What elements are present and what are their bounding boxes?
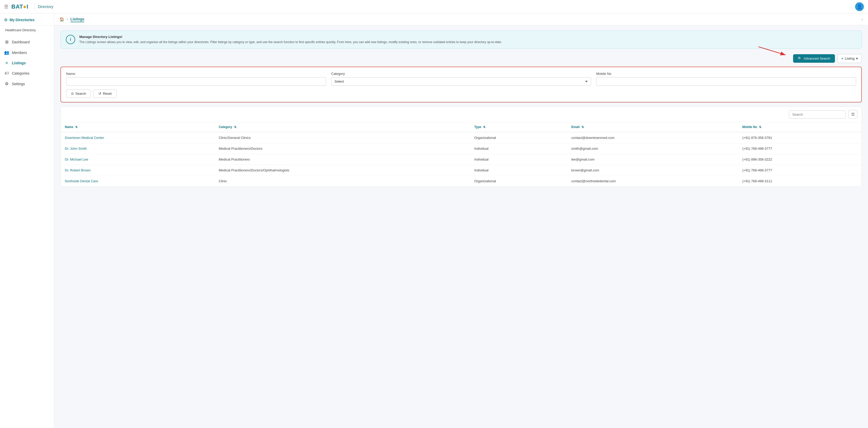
hamburger-icon[interactable]: ☰	[4, 4, 8, 9]
cell-mobile: (+91) 896-358-3222	[738, 154, 862, 165]
cell-email: lee@gmail.com	[567, 154, 738, 165]
category-sort-icon: ⇅	[234, 126, 237, 129]
categories-icon: 🏷	[4, 71, 9, 76]
sidebar-item-categories[interactable]: 🏷 Categories	[0, 68, 54, 78]
breadcrumb-separator: >	[66, 17, 68, 21]
category-select[interactable]: Select Clinic/General Clinics Medical Pr…	[331, 77, 591, 86]
sidebar-item-members[interactable]: 👥 Members	[0, 47, 54, 58]
cell-mobile: (+91) 768-498-3777	[738, 165, 862, 176]
user-icon: 👤	[857, 4, 862, 9]
reset-button[interactable]: ↺ Reset	[94, 89, 117, 98]
cell-name[interactable]: Dr. John Smith	[61, 143, 215, 154]
table-view-toggle-button[interactable]: ☰	[848, 110, 858, 119]
col-name[interactable]: Name ⇅	[61, 122, 215, 132]
plus-icon: +	[841, 57, 843, 60]
mobile-sort-icon: ⇅	[759, 126, 761, 129]
col-type[interactable]: Type ⇅	[470, 122, 567, 132]
sidebar-item-listings[interactable]: ≡ Listings	[0, 58, 54, 68]
cell-type: Organizational	[470, 176, 567, 187]
col-mobile[interactable]: Mobile No ⇅	[738, 122, 862, 132]
settings-icon: ⚙	[4, 81, 9, 86]
listings-table: Name ⇅ Category ⇅ Type ⇅	[61, 122, 862, 186]
category-label: Category	[331, 72, 591, 76]
category-field-group: Category Select Clinic/General Clinics M…	[331, 72, 591, 86]
col-email[interactable]: Email ⇅	[567, 122, 738, 132]
mobile-field-group: Mobile No	[596, 72, 856, 86]
sidebar-healthcare-directory[interactable]: Healthcare Directory	[0, 26, 54, 35]
user-avatar[interactable]: 👤	[855, 2, 864, 11]
listings-icon: ≡	[4, 61, 9, 65]
table-body: Downtown Medical Center Clinic/General C…	[61, 132, 862, 186]
mobile-label: Mobile No	[596, 72, 856, 76]
info-banner: i Manage Directory Listings! The Listing…	[60, 30, 862, 49]
cell-type: Organizational	[470, 132, 567, 143]
reset-btn-icon: ↺	[98, 92, 101, 96]
cell-email: contact@northsidedental.com	[567, 176, 738, 187]
info-banner-text: The Listings screen allows you to view, …	[79, 40, 502, 44]
search-magnifier-icon: 🔍	[798, 57, 802, 60]
cell-category: Medical Practitioners/Doctors	[215, 143, 470, 154]
email-sort-icon: ⇅	[582, 126, 584, 129]
table-row: Downtown Medical Center Clinic/General C…	[61, 132, 862, 143]
listing-dropdown-icon: ▾	[856, 57, 858, 60]
table-toolbar: ☰	[61, 107, 862, 122]
mobile-input[interactable]	[596, 77, 856, 86]
name-sort-icon: ⇅	[75, 126, 78, 129]
logo-text: BAT●I	[11, 3, 28, 10]
search-fields: Name Category Select Clinic/General Clin…	[66, 72, 856, 86]
my-directories-icon: ⊙	[4, 18, 7, 22]
table-row: Dr. John Smith Medical Practitioners/Doc…	[61, 143, 862, 154]
sidebar-nav: ⊞ Dashboard 👥 Members ≡ Listings 🏷 Categ…	[0, 35, 54, 89]
cell-category: Medical Practitioners/Doctors/Ophthalmol…	[215, 165, 470, 176]
cell-email: smith@gmail.com	[567, 143, 738, 154]
nav-title: Directory	[38, 4, 54, 9]
table-search-input[interactable]	[789, 110, 846, 119]
app-layout: ⊙ My Directories Healthcare Directory ⊞ …	[0, 13, 868, 428]
cell-email: brown@gmail.com	[567, 165, 738, 176]
table-row: Dr. Robert Brown Medical Practitioners/D…	[61, 165, 862, 176]
cell-type: Individual	[470, 154, 567, 165]
search-btn-icon: ⊙	[71, 92, 74, 96]
cell-name[interactable]: Dr. Robert Brown	[61, 165, 215, 176]
name-label: Name	[66, 72, 326, 76]
add-listing-button[interactable]: + Listing ▾	[838, 54, 862, 63]
top-nav: ☰ BAT●I Directory 👤	[0, 0, 868, 13]
table-row: Dr. Michael Lee Medical Practitioners In…	[61, 154, 862, 165]
cell-category: Clinic	[215, 176, 470, 187]
table-section: ☰ Name ⇅ Category ⇅	[60, 107, 862, 187]
table-row: Northside Dental Care Clinic Organizatio…	[61, 176, 862, 187]
cell-mobile: (+91) 768-498-3777	[738, 143, 862, 154]
dashboard-icon: ⊞	[4, 39, 9, 44]
breadcrumb-home[interactable]: 🏠	[59, 17, 64, 22]
info-banner-title: Manage Directory Listings!	[79, 35, 502, 39]
cell-name[interactable]: Dr. Michael Lee	[61, 154, 215, 165]
tab-listings[interactable]: Listings	[70, 17, 85, 22]
my-directories-label: My Directories	[9, 18, 34, 22]
cell-type: Individual	[470, 165, 567, 176]
main-content: 🏠 > Listings ‹ i Manage Directory Listin…	[54, 13, 868, 428]
cell-name[interactable]: Northside Dental Care	[61, 176, 215, 187]
table-header-row: Name ⇅ Category ⇅ Type ⇅	[61, 122, 862, 132]
search-panel: Name Category Select Clinic/General Clin…	[60, 67, 862, 102]
search-button[interactable]: ⊙ Search	[66, 89, 91, 98]
collapse-sidebar-btn[interactable]: ‹	[862, 17, 863, 22]
col-category[interactable]: Category ⇅	[215, 122, 470, 132]
advanced-search-button[interactable]: 🔍 Advanced Search	[793, 54, 835, 63]
name-input[interactable]	[66, 77, 326, 86]
sidebar-my-directories[interactable]: ⊙ My Directories	[0, 13, 54, 26]
content-area: i Manage Directory Listings! The Listing…	[54, 25, 868, 192]
cell-email: contact@downtownmed.com	[567, 132, 738, 143]
sidebar-item-settings[interactable]: ⚙ Settings	[0, 78, 54, 89]
cell-category: Clinic/General Clinics	[215, 132, 470, 143]
nav-divider	[35, 3, 35, 10]
cell-name[interactable]: Downtown Medical Center	[61, 132, 215, 143]
sidebar-item-dashboard[interactable]: ⊞ Dashboard	[0, 37, 54, 47]
members-icon: 👥	[4, 50, 9, 55]
cell-mobile: (+91) 876-358-3781	[738, 132, 862, 143]
cell-mobile: (+91) 768-498-3111	[738, 176, 862, 187]
info-banner-content: Manage Directory Listings! The Listings …	[79, 35, 502, 44]
sidebar: ⊙ My Directories Healthcare Directory ⊞ …	[0, 13, 54, 428]
cell-category: Medical Practitioners	[215, 154, 470, 165]
logo: BAT●I	[11, 3, 28, 10]
type-sort-icon: ⇅	[483, 126, 486, 129]
